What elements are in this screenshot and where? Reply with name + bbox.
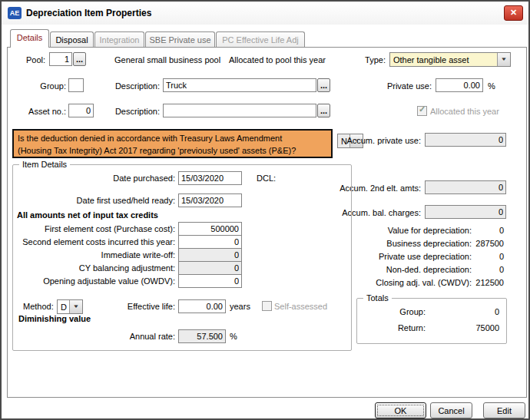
description-browse-button[interactable]: ... xyxy=(317,78,330,92)
tab-disposal[interactable]: Disposal xyxy=(50,31,94,47)
date-purchased-input[interactable] xyxy=(178,171,242,185)
accum-private-use-label: Accum. private use: xyxy=(316,136,421,145)
effective-life-label: Effective life: xyxy=(94,302,175,311)
titlebar: AE Depreciation Item Properties ✕ xyxy=(2,2,528,25)
annual-rate-unit: % xyxy=(230,332,237,341)
self-assessed-label: Self-assessed xyxy=(274,302,327,311)
pool-browse-button[interactable]: ... xyxy=(73,52,86,66)
description2-browse-button[interactable]: ... xyxy=(317,104,330,117)
date-first-used-label: Date first used/held ready: xyxy=(9,196,175,205)
immediate-writeoff-field xyxy=(178,248,242,262)
tab-integration: Integration xyxy=(94,31,144,47)
private-use-depreciation-value: 0 xyxy=(442,252,504,261)
totals-legend: Totals xyxy=(363,293,392,303)
accum-2nd-elt-field xyxy=(425,180,506,194)
method-label: Method: xyxy=(23,302,54,311)
business-depreciation-value: 287500 xyxy=(442,239,504,248)
self-assessed-checkbox xyxy=(262,301,272,311)
totals-group-value: 0 xyxy=(436,307,499,316)
annual-rate-field xyxy=(178,329,226,343)
non-ded-depreciation-value: 0 xyxy=(442,265,504,274)
totals-groupbox: Totals xyxy=(356,298,507,344)
second-element-costs-input[interactable] xyxy=(178,235,242,249)
ok-button[interactable]: OK xyxy=(375,402,426,418)
depreciation-item-properties-dialog: AE Depreciation Item Properties ✕ Detail… xyxy=(0,0,530,420)
immediate-writeoff-label: Immediate write-off: xyxy=(9,250,175,260)
diminishing-value-note: Diminishing value xyxy=(18,314,91,323)
dcl-label: DCL: xyxy=(257,174,276,183)
description-label: Description: xyxy=(109,81,160,91)
pool-label: Pool: xyxy=(11,55,45,64)
totals-group-label: Group: xyxy=(363,307,426,316)
annual-rate-label: Annual rate: xyxy=(9,332,175,341)
method-dropdown[interactable]: D ▼ xyxy=(57,299,83,314)
close-button[interactable]: ✕ xyxy=(504,5,523,21)
first-element-cost-label: First element cost (Purchase cost): xyxy=(9,224,175,233)
closing-adj-val-value: 212500 xyxy=(442,278,504,287)
allocated-this-year-label: Allocated this year xyxy=(430,107,499,116)
chevron-down-icon: ▼ xyxy=(495,53,513,66)
group-input[interactable] xyxy=(68,78,84,92)
group-label: Group: xyxy=(12,81,66,91)
asset-no-input[interactable] xyxy=(68,104,94,117)
effective-life-unit: years xyxy=(230,302,250,311)
edit-button[interactable]: Edit xyxy=(483,402,525,418)
opening-adjustable-value-label: Opening adjustable value (OWDV): xyxy=(9,276,175,286)
tab-sbe-private-use[interactable]: SBE Private use xyxy=(145,31,215,47)
accum-private-use-field xyxy=(425,133,506,147)
pool-name-text: General small business pool xyxy=(114,55,220,64)
check-icon: ✓ xyxy=(419,104,426,114)
second-element-costs-label: Second element costs incurred this year: xyxy=(9,237,175,246)
tab-details[interactable]: Details xyxy=(10,29,49,48)
chevron-down-icon: ▼ xyxy=(67,300,85,313)
allocated-to-pool-text: Allocated to pool this year xyxy=(229,55,326,64)
allocated-this-year-checkbox: ✓ xyxy=(417,106,427,116)
type-dropdown-button[interactable]: ▼ xyxy=(497,53,510,66)
date-purchased-label: Date purchased: xyxy=(9,174,175,183)
private-use-percent-sign: % xyxy=(488,81,495,91)
private-use-input[interactable] xyxy=(436,78,483,92)
item-details-legend: Item Details xyxy=(19,160,70,169)
app-icon: AE xyxy=(8,7,22,19)
cy-balancing-adjustment-field xyxy=(178,261,242,275)
method-dropdown-button[interactable]: ▼ xyxy=(69,300,82,313)
private-use-label: Private use: xyxy=(370,81,432,91)
type-dropdown[interactable]: Other tangible asset ▼ xyxy=(389,52,511,67)
asset-no-label: Asset no.: xyxy=(12,107,66,116)
description-input[interactable] xyxy=(163,78,316,92)
description2-label: Description: xyxy=(109,107,160,116)
pool-input[interactable] xyxy=(49,52,72,66)
description2-input[interactable] xyxy=(163,104,316,117)
close-icon: ✕ xyxy=(510,8,517,17)
type-label: Type: xyxy=(349,55,386,64)
first-element-cost-input[interactable] xyxy=(178,222,242,236)
type-value: Other tangible asset xyxy=(393,55,496,64)
totals-return-label: Return: xyxy=(363,323,426,332)
accum-bal-charges-field xyxy=(425,205,506,219)
date-first-used-input[interactable] xyxy=(178,193,242,207)
window-title: Depreciation Item Properties xyxy=(26,8,151,18)
effective-life-input[interactable] xyxy=(178,299,226,313)
cy-balancing-adjustment-label: CY balancing adjustment: xyxy=(9,263,175,273)
totals-return-value: 75000 xyxy=(436,323,499,332)
value-for-depreciation-value: 0 xyxy=(442,226,504,235)
tab-pc-effective-life-adj: PC Effective Life Adj xyxy=(216,31,305,47)
deduction-denied-question: Is the deduction denied in accordance wi… xyxy=(12,129,333,158)
opening-adjustable-value-input[interactable] xyxy=(178,274,242,288)
net-amounts-note: All amounts net of input tax credits xyxy=(17,210,158,220)
cancel-button[interactable]: Cancel xyxy=(430,402,472,418)
